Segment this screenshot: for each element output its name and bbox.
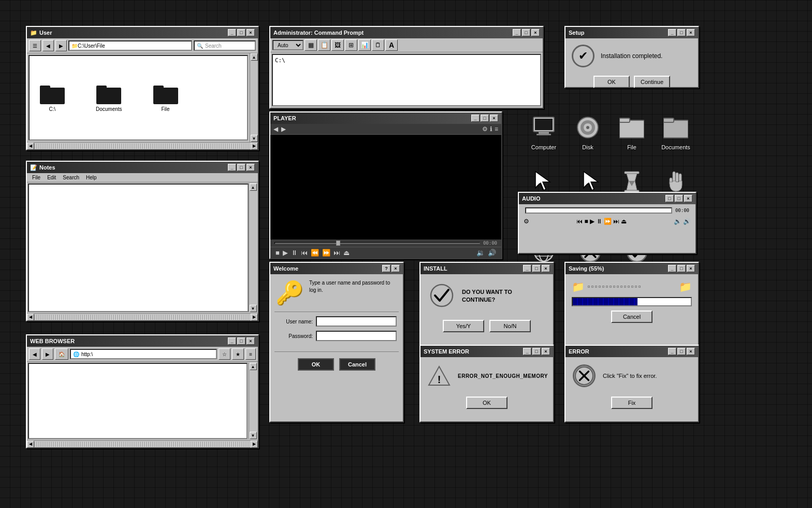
audio-vol-down-btn[interactable]: 🔉	[673, 218, 682, 225]
welcome-help-btn[interactable]: ?	[382, 265, 390, 272]
player-rew-btn[interactable]: ⏪	[310, 249, 320, 257]
file-item-file[interactable]: File	[153, 83, 178, 112]
player-stop-btn[interactable]: ■	[274, 249, 281, 257]
browser-hscroll-right[interactable]: ▶	[251, 441, 258, 448]
notes-scrollbar-h[interactable]: ◀ ▶	[27, 313, 258, 320]
saving-cancel-btn[interactable]: Cancel	[611, 311, 653, 323]
player-seekbar[interactable]	[274, 242, 480, 244]
player-next-btn[interactable]: ⏭	[332, 249, 341, 257]
audio-next-btn[interactable]: ⏭	[613, 218, 620, 225]
browser-back-btn[interactable]: ◀	[29, 348, 40, 360]
error-minimize-btn[interactable]: _	[668, 348, 676, 355]
notes-close-btn[interactable]: ×	[247, 164, 255, 171]
scroll-up-btn[interactable]: ▲	[251, 53, 258, 61]
browser-scroll-up[interactable]: ▲	[250, 363, 257, 370]
desktop-icon-file[interactable]: File	[611, 114, 653, 166]
install-no-btn[interactable]: No/N	[489, 320, 531, 332]
syserror-ok-btn[interactable]: OK	[466, 397, 508, 409]
desktop-icon-disk[interactable]: Disk	[567, 114, 608, 166]
player-eject-btn[interactable]: ⏏	[342, 249, 351, 257]
address-bar[interactable]: 📁 C:\User\File	[68, 40, 192, 51]
desktop-icon-documents[interactable]: Documents	[655, 114, 697, 166]
install-yes-btn[interactable]: Yes/Y	[443, 320, 484, 332]
welcome-cancel-btn[interactable]: Cancel	[339, 358, 375, 371]
cmd-close-btn[interactable]: ×	[531, 29, 540, 36]
notes-hscroll-right[interactable]: ▶	[251, 314, 258, 321]
file-item-docs[interactable]: Documents	[96, 83, 122, 112]
welcome-ok-btn[interactable]: OK	[298, 358, 334, 371]
audio-vol-up-btn[interactable]: 🔊	[683, 218, 691, 225]
notes-menu-help[interactable]: Help	[83, 174, 100, 181]
install-minimize-btn[interactable]: _	[523, 265, 531, 272]
username-input[interactable]	[316, 316, 397, 327]
player-pause-btn[interactable]: ⏸	[290, 249, 299, 257]
player-ffw-btn[interactable]: ⏩	[321, 249, 331, 257]
notes-scroll-up[interactable]: ▲	[250, 184, 257, 191]
cmd-btn-5[interactable]: 📊	[358, 39, 371, 51]
saving-minimize-btn[interactable]: _	[668, 265, 676, 272]
cmd-btn-4[interactable]: ⊞	[345, 39, 357, 51]
file-manager-maximize-btn[interactable]: □	[237, 29, 245, 36]
notes-minimize-btn[interactable]: _	[228, 164, 236, 171]
browser-close-btn[interactable]: ×	[247, 337, 255, 345]
cmd-area[interactable]: C:\	[272, 54, 541, 106]
player-play-btn[interactable]: ▶	[282, 249, 289, 257]
browser-address-bar[interactable]: 🌐 http:\	[70, 349, 217, 359]
notes-menu-edit[interactable]: Edit	[44, 174, 59, 181]
notes-maximize-btn[interactable]: □	[237, 164, 245, 171]
browser-hscroll-left[interactable]: ◀	[27, 441, 34, 448]
cmd-auto-select[interactable]: Auto	[272, 40, 303, 50]
desktop-icon-computer[interactable]: Computer	[523, 114, 564, 166]
audio-eject-btn[interactable]: ⏏	[620, 218, 627, 225]
install-maximize-btn[interactable]: □	[532, 265, 541, 272]
browser-scrollbar-v[interactable]: ▲ ▼	[249, 363, 257, 439]
error-fix-btn[interactable]: Fix	[611, 397, 653, 409]
file-manager-close-btn[interactable]: ×	[247, 29, 255, 36]
player-close-btn[interactable]: ×	[490, 115, 498, 122]
password-input[interactable]	[316, 331, 397, 341]
cmd-maximize-btn[interactable]: □	[522, 29, 530, 36]
audio-settings-btn[interactable]: ⚙	[523, 218, 530, 225]
player-vol-down-btn[interactable]: 🔉	[475, 249, 486, 257]
cmd-btn-a[interactable]: A	[385, 39, 398, 51]
audio-prev-btn[interactable]: ⏮	[576, 218, 583, 225]
player-nav-back[interactable]: ◀	[273, 125, 278, 133]
player-maximize-btn[interactable]: □	[481, 115, 489, 122]
browser-home-btn[interactable]: 🏠	[55, 348, 68, 360]
scroll-down-btn[interactable]: ▼	[251, 135, 258, 142]
browser-menu-btn[interactable]: ≡	[245, 348, 256, 360]
setup-ok-btn[interactable]: OK	[593, 76, 630, 88]
cmd-minimize-btn[interactable]: _	[513, 29, 521, 36]
browser-scroll-down[interactable]: ▼	[250, 432, 257, 439]
syserror-minimize-btn[interactable]: _	[523, 348, 531, 355]
player-prev-btn[interactable]: ⏮	[300, 249, 309, 257]
browser-forward-btn[interactable]: ▶	[42, 348, 53, 360]
menu-icon-btn[interactable]: ☰	[29, 40, 41, 51]
browser-maximize-btn[interactable]: □	[237, 337, 245, 345]
cmd-btn-6[interactable]: 🗒	[372, 39, 384, 51]
forward-btn[interactable]: ▶	[55, 40, 67, 51]
audio-ffw-btn[interactable]: ⏩	[603, 218, 612, 225]
audio-stop-btn[interactable]: ■	[584, 218, 588, 225]
setup-maximize-btn[interactable]: □	[677, 29, 686, 36]
setup-continue-btn[interactable]: Continue	[634, 76, 670, 88]
welcome-close-btn[interactable]: ×	[392, 265, 400, 272]
player-hamburger-btn[interactable]: ≡	[495, 125, 498, 133]
cmd-btn-3[interactable]: 🖼	[331, 39, 344, 51]
browser-star-btn[interactable]: ☆	[219, 348, 230, 360]
notes-menu-search[interactable]: Search	[60, 174, 82, 181]
browser-fav-btn[interactable]: ★	[232, 348, 244, 360]
notes-scroll-down[interactable]: ▼	[250, 305, 257, 312]
saving-maximize-btn[interactable]: □	[677, 265, 686, 272]
audio-seekbar[interactable]	[525, 207, 672, 214]
cmd-btn-1[interactable]: ▦	[304, 39, 317, 51]
files-scrollbar-h[interactable]: ◀ ▶	[27, 142, 258, 149]
files-scrollbar-v[interactable]: ▲ ▼	[250, 53, 258, 142]
file-item-c[interactable]: C:\	[40, 83, 65, 112]
setup-minimize-btn[interactable]: _	[668, 29, 676, 36]
notes-menu-file[interactable]: File	[29, 174, 44, 181]
player-settings-btn[interactable]: ⚙	[482, 125, 488, 133]
player-vol-up-btn[interactable]: 🔊	[487, 249, 497, 257]
syserror-maximize-btn[interactable]: □	[532, 348, 541, 355]
audio-close-btn[interactable]: ×	[684, 195, 692, 202]
